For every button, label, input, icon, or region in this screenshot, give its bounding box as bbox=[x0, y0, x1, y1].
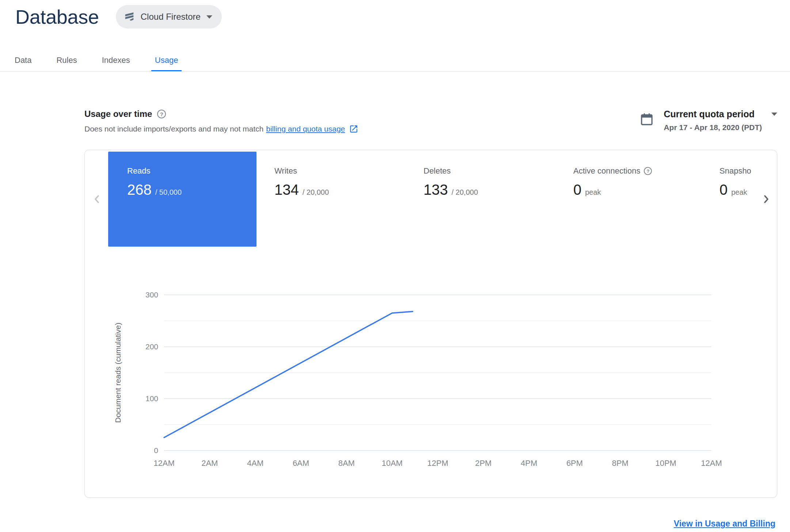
usage-description: Does not include imports/exports and may… bbox=[84, 125, 263, 133]
metric-label: Writes bbox=[274, 166, 329, 176]
tab-data[interactable]: Data bbox=[11, 54, 35, 72]
tab-label: Data bbox=[15, 56, 31, 65]
tab-rules[interactable]: Rules bbox=[53, 54, 80, 72]
svg-text:10AM: 10AM bbox=[381, 459, 402, 468]
svg-text:12AM: 12AM bbox=[701, 459, 722, 468]
quota-period-range: Apr 17 - Apr 18, 2020 (PDT) bbox=[664, 123, 777, 132]
tab-label: Usage bbox=[155, 56, 178, 65]
usage-chart: 010020030012AM2AM4AM6AM8AM10AM12PM2PM4PM… bbox=[85, 271, 777, 483]
metric-quota: / 50,000 bbox=[155, 188, 182, 197]
firestore-usage-page: Database Cloud Firestore Data Rules Inde… bbox=[0, 0, 790, 532]
svg-text:300: 300 bbox=[145, 290, 158, 299]
metric-value: 134 bbox=[274, 182, 299, 198]
svg-text:6AM: 6AM bbox=[293, 459, 309, 468]
metric-label: Active connections bbox=[573, 166, 640, 176]
chevron-down-icon bbox=[206, 15, 212, 19]
chevron-down-icon bbox=[771, 113, 777, 116]
metric-tile-reads[interactable]: Reads 268 / 50,000 bbox=[108, 152, 257, 247]
page-header: Database Cloud Firestore bbox=[15, 5, 222, 28]
svg-text:12PM: 12PM bbox=[427, 459, 448, 468]
carousel-next-button[interactable] bbox=[760, 193, 772, 206]
calendar-icon bbox=[639, 112, 654, 128]
metric-value: 133 bbox=[424, 182, 448, 198]
metric-tile-active-connections[interactable]: Active connections 0 peak bbox=[573, 166, 652, 198]
help-icon[interactable] bbox=[157, 110, 166, 118]
svg-text:4AM: 4AM bbox=[247, 459, 263, 468]
carousel-prev-button[interactable] bbox=[91, 193, 103, 206]
metric-quota: / 20,000 bbox=[303, 188, 329, 197]
svg-text:8AM: 8AM bbox=[338, 459, 355, 468]
view-usage-billing-link[interactable]: View in Usage and Billing bbox=[674, 519, 775, 529]
svg-text:10PM: 10PM bbox=[655, 459, 676, 468]
tab-indexes[interactable]: Indexes bbox=[98, 54, 134, 72]
metric-label: Snapsho bbox=[719, 166, 751, 176]
metric-value: 268 bbox=[127, 182, 152, 198]
metric-quota: peak bbox=[585, 188, 601, 197]
tab-usage[interactable]: Usage bbox=[151, 54, 182, 72]
svg-text:100: 100 bbox=[145, 394, 158, 403]
tab-label: Indexes bbox=[102, 56, 130, 65]
quota-period-block: Current quota period Apr 17 - Apr 18, 20… bbox=[639, 109, 777, 132]
tab-bar: Data Rules Indexes Usage bbox=[11, 54, 199, 72]
usage-section-header: Usage over time Does not include imports… bbox=[84, 109, 777, 134]
metric-quota: / 20,000 bbox=[452, 188, 478, 197]
usage-over-time-title: Usage over time bbox=[84, 109, 152, 119]
usage-header-left: Usage over time Does not include imports… bbox=[84, 109, 358, 134]
metric-label: Reads bbox=[127, 166, 257, 176]
metric-label: Deletes bbox=[424, 166, 478, 176]
metric-tile-deletes[interactable]: Deletes 133 / 20,000 bbox=[424, 166, 478, 198]
metric-value: 0 bbox=[573, 182, 581, 198]
quota-period-selector[interactable]: Current quota period bbox=[664, 109, 777, 119]
metric-value: 0 bbox=[719, 182, 728, 198]
svg-text:2AM: 2AM bbox=[201, 459, 218, 468]
help-icon[interactable] bbox=[644, 167, 652, 175]
svg-text:6PM: 6PM bbox=[566, 459, 583, 468]
svg-text:2PM: 2PM bbox=[475, 459, 491, 468]
product-selector[interactable]: Cloud Firestore bbox=[116, 5, 222, 28]
svg-text:0: 0 bbox=[154, 446, 158, 455]
quota-period-texts: Current quota period Apr 17 - Apr 18, 20… bbox=[664, 109, 777, 132]
tab-bar-divider bbox=[0, 71, 790, 72]
svg-text:4PM: 4PM bbox=[521, 459, 537, 468]
tab-label: Rules bbox=[56, 56, 77, 65]
metric-tile-writes[interactable]: Writes 134 / 20,000 bbox=[274, 166, 329, 198]
metric-quota: peak bbox=[731, 188, 747, 197]
svg-text:Document reads (cumulative): Document reads (cumulative) bbox=[114, 323, 122, 423]
usage-card: Reads 268 / 50,000 Writes 134 / 20,000 D… bbox=[84, 150, 777, 498]
product-selector-label: Cloud Firestore bbox=[141, 12, 201, 22]
billing-quota-link[interactable]: billing and quota usage bbox=[266, 125, 345, 133]
svg-text:12AM: 12AM bbox=[153, 459, 174, 468]
svg-text:200: 200 bbox=[145, 342, 158, 351]
quota-period-label: Current quota period bbox=[664, 109, 755, 119]
external-link-icon[interactable] bbox=[349, 124, 358, 134]
svg-text:8PM: 8PM bbox=[612, 459, 628, 468]
firestore-icon bbox=[124, 11, 135, 23]
metric-tile-snapshots[interactable]: Snapsho 0 peak bbox=[719, 166, 751, 198]
page-title: Database bbox=[15, 5, 99, 28]
